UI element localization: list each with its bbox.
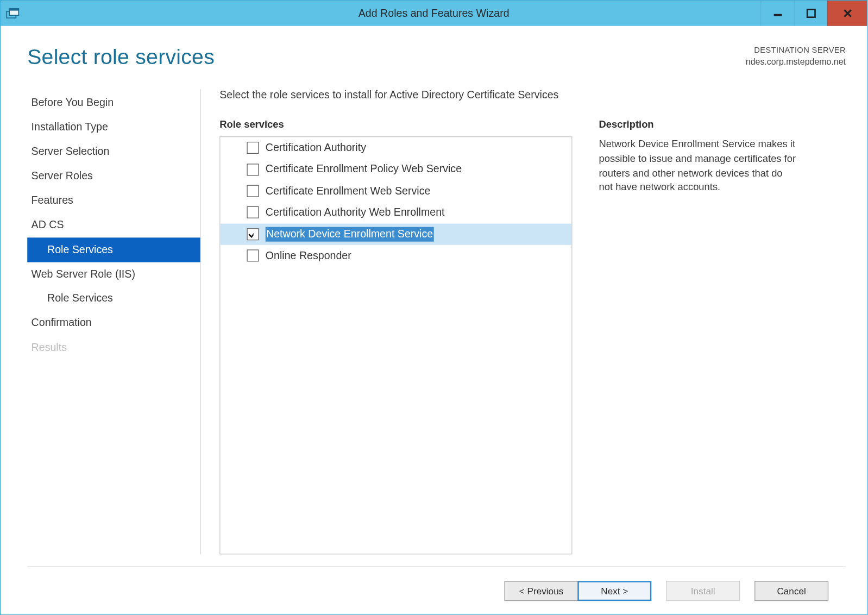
role-item-certification-authority[interactable]: Certification Authority bbox=[220, 137, 571, 159]
wizard-window: Add Roles and Features Wizard Select rol… bbox=[0, 0, 867, 615]
role-item-label: Network Device Enrollment Service bbox=[266, 227, 434, 241]
destination-server-name: ndes.corp.mstepdemo.net bbox=[746, 56, 846, 68]
description-label: Description bbox=[599, 118, 799, 130]
role-item-cert-enrollment-policy[interactable]: Certificate Enrollment Policy Web Servic… bbox=[220, 159, 571, 180]
checkbox-icon[interactable] bbox=[247, 185, 259, 197]
role-item-label: Certificate Enrollment Web Service bbox=[266, 184, 431, 198]
step-server-roles[interactable]: Server Roles bbox=[27, 164, 200, 189]
role-item-online-responder[interactable]: Online Responder bbox=[220, 245, 571, 267]
checkbox-icon[interactable] bbox=[247, 206, 259, 218]
role-item-cert-enrollment-web[interactable]: Certificate Enrollment Web Service bbox=[220, 180, 571, 202]
step-features[interactable]: Features bbox=[27, 189, 200, 213]
description-text: Network Device Enrollment Service makes … bbox=[599, 136, 799, 194]
svg-rect-3 bbox=[773, 14, 782, 16]
wizard-steps-sidebar: Before You Begin Installation Type Serve… bbox=[27, 89, 200, 554]
destination-server-block: DESTINATION SERVER ndes.corp.mstepdemo.n… bbox=[746, 45, 846, 68]
role-item-label: Online Responder bbox=[266, 248, 351, 263]
step-results: Results bbox=[27, 335, 200, 360]
step-before-you-begin[interactable]: Before You Begin bbox=[27, 91, 200, 115]
minimize-button[interactable] bbox=[760, 1, 794, 26]
titlebar[interactable]: Add Roles and Features Wizard bbox=[1, 1, 867, 26]
role-services-label: Role services bbox=[219, 118, 572, 130]
main-content: Select the role services to install for … bbox=[200, 89, 846, 554]
checkbox-icon[interactable] bbox=[247, 164, 259, 175]
window-controls bbox=[760, 1, 867, 26]
role-item-label: Certification Authority bbox=[266, 140, 366, 155]
step-installation-type[interactable]: Installation Type bbox=[27, 115, 200, 140]
step-adcs-role-services[interactable]: Role Services bbox=[27, 237, 200, 262]
instruction-text: Select the role services to install for … bbox=[219, 89, 846, 101]
maximize-button[interactable] bbox=[794, 1, 827, 26]
role-item-label: Certification Authority Web Enrollment bbox=[266, 205, 445, 220]
previous-button[interactable]: < Previous bbox=[505, 581, 578, 601]
checkbox-icon[interactable] bbox=[247, 228, 259, 240]
wizard-body: Select role services DESTINATION SERVER … bbox=[1, 26, 867, 614]
close-button[interactable] bbox=[827, 1, 867, 26]
cancel-button[interactable]: Cancel bbox=[754, 581, 828, 601]
step-web-server-role[interactable]: Web Server Role (IIS) bbox=[27, 262, 200, 286]
role-item-ca-web-enrollment[interactable]: Certification Authority Web Enrollment bbox=[220, 202, 571, 223]
role-item-label: Certificate Enrollment Policy Web Servic… bbox=[266, 162, 462, 177]
step-confirmation[interactable]: Confirmation bbox=[27, 311, 200, 335]
destination-label: DESTINATION SERVER bbox=[746, 45, 846, 56]
page-title: Select role services bbox=[27, 45, 215, 69]
role-services-listbox[interactable]: Certification Authority Certificate Enro… bbox=[219, 136, 572, 554]
app-icon bbox=[6, 7, 24, 20]
step-adcs[interactable]: AD CS bbox=[27, 213, 200, 237]
checkbox-icon[interactable] bbox=[247, 142, 259, 154]
wizard-footer: < Previous Next > Install Cancel bbox=[27, 566, 846, 614]
svg-rect-4 bbox=[807, 9, 815, 17]
window-title: Add Roles and Features Wizard bbox=[1, 7, 867, 19]
role-item-ndes[interactable]: Network Device Enrollment Service bbox=[220, 223, 571, 245]
next-button[interactable]: Next > bbox=[577, 581, 651, 601]
checkbox-icon[interactable] bbox=[247, 250, 259, 262]
step-server-selection[interactable]: Server Selection bbox=[27, 140, 200, 164]
step-iis-role-services[interactable]: Role Services bbox=[27, 286, 200, 311]
svg-rect-2 bbox=[9, 9, 18, 11]
install-button: Install bbox=[666, 581, 740, 601]
